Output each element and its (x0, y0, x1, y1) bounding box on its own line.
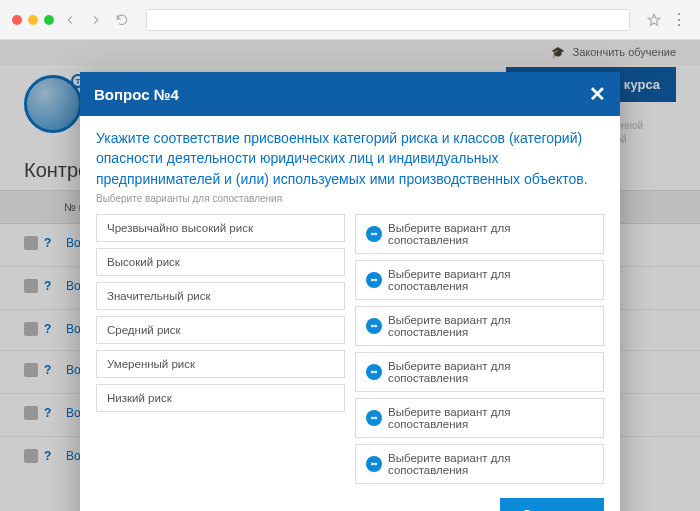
match-right-item[interactable]: Выберите вариант для сопоставления (355, 306, 604, 346)
modal-title: Вопрос №4 (94, 86, 179, 103)
match-left-item[interactable]: Чрезвычайно высокий риск (96, 214, 345, 242)
swap-icon (366, 364, 382, 380)
forward-button[interactable] (86, 10, 106, 30)
match-left-item[interactable]: Высокий риск (96, 248, 345, 276)
match-left-column: Чрезвычайно высокий рискВысокий рискЗнач… (96, 214, 345, 484)
modal-header: Вопрос №4 ✕ (80, 72, 620, 116)
match-left-item[interactable]: Средний риск (96, 316, 345, 344)
match-placeholder: Выберите вариант для сопоставления (388, 406, 593, 430)
modal-overlay: Вопрос №4 ✕ Укажите соответствие присвое… (0, 40, 700, 511)
match-right-item[interactable]: Выберите вариант для сопоставления (355, 398, 604, 438)
swap-icon (366, 456, 382, 472)
match-left-item[interactable]: Низкий риск (96, 384, 345, 412)
browser-chrome: ⋮ (0, 0, 700, 40)
maximize-window-icon[interactable] (44, 15, 54, 25)
match-left-item[interactable]: Значительный риск (96, 282, 345, 310)
match-placeholder: Выберите вариант для сопоставления (388, 452, 593, 476)
match-placeholder: Выберите вариант для сопоставления (388, 222, 593, 246)
match-placeholder: Выберите вариант для сопоставления (388, 268, 593, 292)
answer-button[interactable]: Ответить (500, 498, 604, 511)
match-right-item[interactable]: Выберите вариант для сопоставления (355, 444, 604, 484)
match-grid: Чрезвычайно высокий рискВысокий рискЗнач… (96, 214, 604, 484)
modal-body: Укажите соответствие присвоенных категор… (80, 116, 620, 511)
match-placeholder: Выберите вариант для сопоставления (388, 314, 593, 338)
minimize-window-icon[interactable] (28, 15, 38, 25)
swap-icon (366, 272, 382, 288)
match-right-item[interactable]: Выберите вариант для сопоставления (355, 260, 604, 300)
close-icon[interactable]: ✕ (589, 82, 606, 106)
close-window-icon[interactable] (12, 15, 22, 25)
match-left-item[interactable]: Умеренный риск (96, 350, 345, 378)
question-text: Укажите соответствие присвоенных категор… (96, 128, 604, 189)
swap-icon (366, 318, 382, 334)
reload-button[interactable] (112, 10, 132, 30)
swap-icon (366, 410, 382, 426)
modal-footer: Ответить (96, 498, 604, 511)
bookmark-button[interactable] (644, 10, 664, 30)
match-right-column: Выберите вариант для сопоставленияВыбери… (355, 214, 604, 484)
question-modal: Вопрос №4 ✕ Укажите соответствие присвое… (80, 72, 620, 511)
match-placeholder: Выберите вариант для сопоставления (388, 360, 593, 384)
browser-menu-button[interactable]: ⋮ (670, 18, 688, 22)
instruction-text: Выберите варианты для сопоставления (96, 193, 604, 204)
match-right-item[interactable]: Выберите вариант для сопоставления (355, 352, 604, 392)
back-button[interactable] (60, 10, 80, 30)
traffic-lights (12, 15, 54, 25)
match-right-item[interactable]: Выберите вариант для сопоставления (355, 214, 604, 254)
swap-icon (366, 226, 382, 242)
url-bar[interactable] (146, 9, 630, 31)
